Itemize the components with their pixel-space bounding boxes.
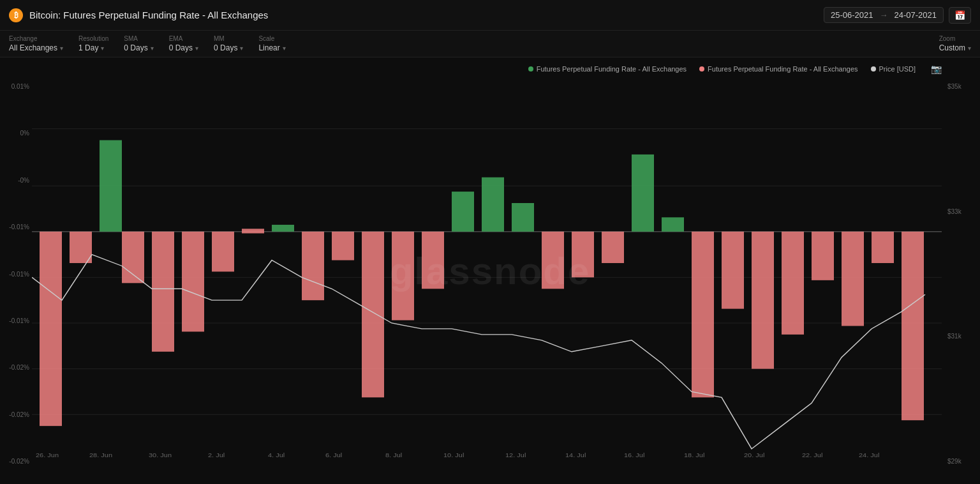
sma-selector[interactable]: SMA 0 Days bbox=[124, 35, 153, 52]
legend-dot-pink bbox=[699, 66, 704, 72]
btc-icon: ₿ bbox=[9, 8, 23, 22]
svg-text:10. Jul: 10. Jul bbox=[443, 452, 464, 458]
y-right-label-1: $35k bbox=[947, 83, 977, 90]
svg-rect-8 bbox=[40, 232, 62, 426]
svg-rect-22 bbox=[452, 192, 474, 232]
svg-rect-27 bbox=[602, 232, 624, 263]
sma-label: SMA bbox=[124, 35, 153, 42]
y-label-5: -0.01% bbox=[3, 271, 29, 278]
zoom-label: Zoom bbox=[939, 35, 971, 42]
svg-rect-15 bbox=[242, 229, 264, 233]
svg-text:16. Jul: 16. Jul bbox=[624, 452, 644, 458]
svg-rect-24 bbox=[512, 203, 534, 232]
scale-selector[interactable]: Scale Linear bbox=[258, 35, 285, 52]
ema-label: EMA bbox=[169, 35, 198, 42]
y-axis-left: 0.01% 0% -0% -0.01% -0.01% -0.01% -0.02%… bbox=[0, 83, 32, 465]
svg-rect-23 bbox=[482, 178, 504, 232]
y-label-9: -0.02% bbox=[3, 458, 29, 465]
svg-text:20. Jul: 20. Jul bbox=[744, 452, 764, 458]
date-arrow: → bbox=[880, 10, 888, 20]
ema-value: 0 Days bbox=[169, 43, 198, 52]
y-right-label-2: $33k bbox=[947, 208, 977, 215]
scale-label: Scale bbox=[258, 35, 285, 42]
svg-rect-33 bbox=[782, 232, 804, 335]
exchange-selector[interactable]: Exchange All Exchanges bbox=[9, 35, 63, 52]
svg-rect-18 bbox=[332, 232, 354, 261]
y-label-7: -0.02% bbox=[3, 364, 29, 371]
svg-text:24. Jul: 24. Jul bbox=[859, 452, 879, 458]
svg-rect-19 bbox=[362, 232, 384, 398]
svg-rect-14 bbox=[212, 232, 234, 272]
resolution-label: Resolution bbox=[78, 35, 108, 42]
y-label-1: 0.01% bbox=[3, 83, 29, 90]
svg-rect-28 bbox=[632, 155, 654, 232]
svg-rect-31 bbox=[722, 232, 744, 309]
svg-text:6. Jul: 6. Jul bbox=[325, 452, 342, 458]
svg-rect-12 bbox=[152, 232, 174, 352]
mm-value: 0 Days bbox=[214, 43, 243, 52]
svg-rect-30 bbox=[692, 232, 714, 398]
exchange-label: Exchange bbox=[9, 35, 63, 42]
y-label-8: -0.02% bbox=[3, 411, 29, 418]
svg-rect-35 bbox=[842, 232, 864, 326]
svg-rect-13 bbox=[182, 232, 204, 332]
chart-svg: 26. Jun 28. Jun 30. Jun 2. Jul 4. Jul 6.… bbox=[32, 83, 942, 465]
toolbar: Exchange All Exchanges Resolution 1 Day … bbox=[0, 31, 980, 57]
chart-container: Futures Perpetual Funding Rate - All Exc… bbox=[0, 57, 980, 484]
svg-text:28. Jun: 28. Jun bbox=[89, 452, 112, 458]
svg-rect-34 bbox=[812, 232, 834, 280]
exchange-value: All Exchanges bbox=[9, 43, 63, 52]
mm-selector[interactable]: MM 0 Days bbox=[214, 35, 243, 52]
svg-text:18. Jul: 18. Jul bbox=[684, 452, 704, 458]
svg-text:14. Jul: 14. Jul bbox=[565, 452, 586, 458]
svg-text:8. Jul: 8. Jul bbox=[385, 452, 402, 458]
svg-rect-29 bbox=[662, 217, 684, 231]
scale-value: Linear bbox=[258, 43, 285, 52]
y-right-label-4: $29k bbox=[947, 458, 977, 465]
svg-text:4. Jul: 4. Jul bbox=[268, 452, 285, 458]
legend-label-2: Futures Perpetual Funding Rate - All Exc… bbox=[708, 65, 858, 73]
legend-item-green: Futures Perpetual Funding Rate - All Exc… bbox=[528, 65, 687, 73]
legend-item-price: Price [USD] bbox=[871, 65, 916, 73]
y-label-4: -0.01% bbox=[3, 223, 29, 231]
sma-value: 0 Days bbox=[124, 43, 153, 52]
svg-rect-20 bbox=[392, 232, 414, 321]
camera-icon[interactable]: 📷 bbox=[931, 64, 942, 74]
y-label-2: 0% bbox=[3, 130, 29, 137]
y-axis-right: $35k $33k $31k $29k bbox=[945, 83, 980, 465]
y-label-6: -0.01% bbox=[3, 317, 29, 324]
date-to: 24-07-2021 bbox=[895, 10, 937, 20]
svg-rect-26 bbox=[572, 232, 594, 278]
svg-rect-17 bbox=[302, 232, 324, 300]
svg-rect-10 bbox=[100, 140, 122, 232]
date-range[interactable]: 25-06-2021 → 24-07-2021 bbox=[824, 7, 944, 23]
legend-dot-green bbox=[528, 66, 533, 72]
header: ₿ Bitcoin: Futures Perpetual Funding Rat… bbox=[0, 0, 980, 31]
svg-text:26. Jun: 26. Jun bbox=[36, 452, 59, 458]
svg-rect-32 bbox=[752, 232, 774, 369]
zoom-selector[interactable]: Zoom Custom bbox=[939, 35, 971, 52]
svg-text:2. Jul: 2. Jul bbox=[208, 452, 225, 458]
page-title: Bitcoin: Futures Perpetual Funding Rate … bbox=[29, 10, 268, 20]
svg-rect-9 bbox=[70, 232, 92, 263]
svg-rect-16 bbox=[272, 225, 294, 232]
svg-text:22. Jul: 22. Jul bbox=[802, 452, 822, 458]
legend-item-pink: Futures Perpetual Funding Rate - All Exc… bbox=[699, 65, 858, 73]
header-right: 25-06-2021 → 24-07-2021 📅 bbox=[824, 7, 971, 24]
y-label-3: -0% bbox=[3, 177, 29, 184]
y-right-label-3: $31k bbox=[947, 333, 977, 340]
mm-label: MM bbox=[214, 35, 243, 42]
date-from: 25-06-2021 bbox=[831, 10, 873, 20]
ema-selector[interactable]: EMA 0 Days bbox=[169, 35, 198, 52]
resolution-selector[interactable]: Resolution 1 Day bbox=[78, 35, 108, 52]
svg-rect-21 bbox=[422, 232, 444, 289]
svg-text:12. Jul: 12. Jul bbox=[505, 452, 526, 458]
chart-legend: Futures Perpetual Funding Rate - All Exc… bbox=[528, 64, 942, 74]
svg-rect-37 bbox=[902, 232, 924, 420]
legend-label-3: Price [USD] bbox=[879, 65, 916, 73]
svg-rect-11 bbox=[122, 232, 144, 284]
svg-text:30. Jun: 30. Jun bbox=[149, 452, 172, 458]
zoom-value: Custom bbox=[939, 43, 971, 52]
svg-rect-25 bbox=[542, 232, 564, 289]
calendar-button[interactable]: 📅 bbox=[949, 7, 971, 24]
